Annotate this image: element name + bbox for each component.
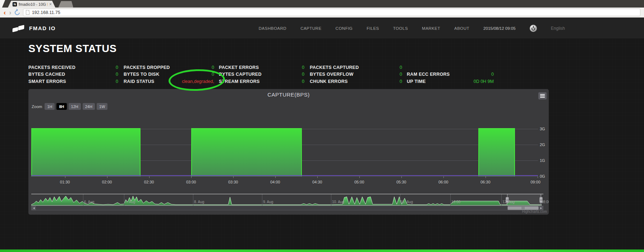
stat-cell: BYTES CAPTURED0 [219, 71, 304, 78]
nav-item-dashboard[interactable]: DASHBOARD [259, 26, 286, 31]
scrollbar-left-arrow[interactable] [32, 206, 36, 210]
new-tab-button[interactable] [58, 1, 73, 8]
chart-navigator[interactable]: 6. Aug7. Aug8. Aug9. Aug10. Aug11. Aug16… [31, 194, 543, 205]
favicon: N [13, 2, 17, 6]
x-tick [65, 176, 65, 178]
zoom-button-12h[interactable]: 12H [69, 103, 81, 110]
stat-label: BYTES OVERFLOW [310, 72, 354, 77]
x-tick-label: 03:30 [228, 180, 238, 184]
tab-close-icon[interactable]: × [49, 2, 52, 6]
x-tick-label: 05:30 [396, 180, 406, 184]
highcharts-credit: Highcharts.com [460, 210, 547, 214]
x-tick [401, 176, 402, 178]
x-tick-label: 06:00 [438, 180, 448, 184]
nav-item-config[interactable]: CONFIG [336, 26, 353, 31]
stat-label: PACKETS RECEIVED [28, 65, 75, 70]
browser-tab-strip: N fmadio10 - 10G Pack × [0, 0, 644, 8]
datetime-label: 2015/08/12 09:05 [483, 26, 516, 31]
browser-toolbar: ‹ › 192.168.11.75 [0, 8, 644, 18]
stat-cell: SMART ERRORS0 [28, 78, 118, 85]
browser-tab[interactable]: N fmadio10 - 10G Pack × [8, 1, 55, 8]
x-tick [443, 176, 444, 178]
x-tick-label: 03:00 [186, 180, 196, 184]
x-tick-label: 02:00 [102, 180, 112, 184]
x-tick [191, 176, 192, 178]
stat-label: RAM ECC ERRORS [407, 72, 450, 77]
stat-cell: BYTES OVERFLOW0 [310, 71, 402, 78]
url-bar[interactable]: 192.168.11.75 [23, 9, 640, 16]
stat-value: 0 [116, 79, 118, 84]
nav-item-files[interactable]: FILES [367, 26, 379, 31]
brand-text: FMAD IO [29, 25, 56, 31]
stats-column: PACKETS CAPTURED0BYTES OVERFLOW0CHUNK ER… [310, 64, 402, 85]
chart-export-menu-button[interactable] [538, 92, 547, 99]
navigator-tick-label: 8. Aug [194, 200, 204, 204]
x-tick [149, 176, 150, 178]
nav-item-market[interactable]: MARKET [422, 26, 440, 31]
stat-value: 0 [302, 79, 304, 84]
zoom-button-24h[interactable]: 24H [83, 103, 95, 110]
stat-cell: PACKETS CAPTURED0 [310, 64, 402, 71]
reload-icon[interactable] [14, 9, 21, 16]
y-tick-label: 0G [540, 174, 545, 178]
zoom-button-8h[interactable]: 8H [56, 103, 66, 110]
stat-label: BYTES CAPTURED [219, 72, 262, 77]
zoom-button-1h[interactable]: 1H [45, 103, 55, 110]
navigator-selection[interactable] [507, 194, 541, 206]
x-tick-label: 04:30 [312, 180, 322, 184]
stat-cell: CHUNK ERRORS0 [310, 78, 402, 85]
fmadio-logo-icon [12, 25, 25, 32]
navigator-tick-label: 11. Aug [401, 200, 413, 204]
stats-column: PACKET ERRORS0BYTES CAPTURED0STREAM ERRO… [219, 64, 304, 85]
page-title: SYSTEM STATUS [28, 43, 117, 55]
navigator-series [31, 194, 542, 206]
stat-value: 0 [302, 65, 304, 70]
power-icon[interactable] [530, 25, 537, 32]
zoom-label: Zoom [32, 104, 42, 109]
stat-label: SMART ERRORS [28, 79, 66, 84]
stat-value: 0D 0H 9M [474, 79, 494, 84]
language-selector[interactable]: English [551, 26, 565, 31]
forward-icon[interactable]: › [9, 9, 11, 16]
x-tick [486, 176, 486, 178]
stat-value: 0 [491, 72, 494, 77]
navigator-gridline [501, 194, 502, 206]
brand[interactable]: FMAD IO [12, 18, 56, 38]
navigator-right-handle[interactable] [539, 197, 543, 203]
navigator-tick-label: 16:00 [451, 200, 460, 204]
stat-label: PACKETS DROPPED [124, 65, 170, 70]
nav-item-capture[interactable]: CAPTURE [300, 26, 321, 31]
chart-plot-area[interactable] [31, 125, 538, 176]
x-tick-label: 05:00 [354, 180, 364, 184]
stat-label: UP TIME [407, 79, 426, 84]
stat-value: 0 [400, 72, 402, 77]
capture-chart-panel: CAPTURE(BPS) Zoom 1H8H12H24H1W 3G2G1G0G … [28, 89, 549, 215]
bottom-green-strip [0, 249, 644, 252]
stat-label: PACKET ERRORS [219, 65, 259, 70]
x-tick [359, 176, 360, 178]
stat-value: 0 [400, 79, 402, 84]
nav-item-tools[interactable]: TOOLS [393, 26, 408, 31]
stat-cell: UP TIME0D 0H 9M [407, 78, 494, 85]
stats-column: PACKETS RECEIVED0BYTES CACHED0SMART ERRO… [28, 64, 118, 85]
stat-cell [407, 64, 494, 71]
handle-grip [540, 199, 541, 201]
url-text[interactable]: 192.168.11.75 [32, 10, 60, 15]
stat-cell: PACKET ERRORS0 [219, 64, 304, 71]
stat-value: 0 [116, 72, 118, 77]
back-icon[interactable]: ‹ [4, 9, 6, 16]
navigator-tick-label: 6. Aug [84, 200, 94, 204]
stat-label: RAID STATUS [124, 79, 154, 84]
stat-label: STREAM ERRORS [219, 79, 260, 84]
zoom-button-1w[interactable]: 1W [97, 103, 108, 110]
y-tick-label: 3G [540, 127, 545, 131]
capture-block [191, 128, 302, 176]
stat-cell: STREAM ERRORS0 [219, 78, 304, 85]
x-tick-edge [538, 176, 538, 178]
x-axis-labels: 01:3002:0002:3003:0003:3004:0004:3005:00… [31, 176, 538, 186]
nav-item-about[interactable]: ABOUT [454, 26, 469, 31]
navigator-gridline [400, 194, 400, 206]
navigator-tick-label: 9. Aug [263, 200, 273, 204]
stat-label: CHUNK ERRORS [310, 79, 348, 84]
navigator-left-handle[interactable] [506, 197, 509, 203]
